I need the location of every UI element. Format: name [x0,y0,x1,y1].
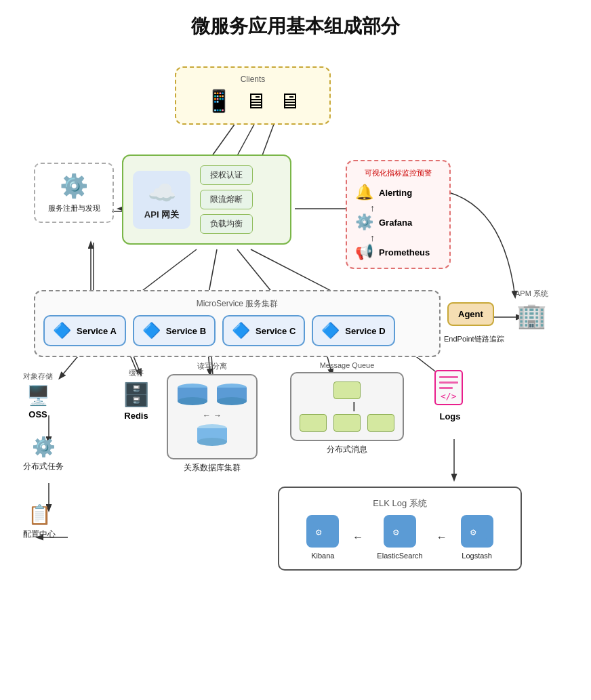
elk-arrow-2: ← [436,531,447,543]
elasticsearch-label: ElasticSearch [377,552,422,560]
oss-category: 对象存储 [23,371,53,382]
redis-icon: 🗄️ [122,381,150,408]
svg-rect-41 [439,387,453,389]
api-gateway-box: ☁️ API 网关 [133,171,190,229]
api-func-lb: 负载均衡 [200,214,253,234]
service-b-label: Service B [166,326,206,336]
redis-category: 缓存 [129,368,144,378]
svg-text:⚙: ⚙ [470,527,476,537]
services-row: 🔷 Service A 🔷 Service B 🔷 Service C 🔷 Se… [43,315,431,346]
svg-text:</>: </> [441,391,457,401]
redis-section: 缓存 🗄️ Redis [122,368,150,421]
svg-point-37 [197,438,227,446]
clients-label: Clients [190,75,316,84]
microservice-cluster: MicroService 服务集群 🔷 Service A 🔷 Service … [34,290,441,357]
monitoring-box: 可视化指标监控预警 🔔 Alerting ↑ ⚙️ Grafana ↑ 📢 Pr… [346,160,451,269]
diagram: Clients 📱 🖥 🖥 ⚙️ 服务注册与发现 ☁️ API 网关 授权认证 … [14,53,576,690]
service-a-label: Service A [77,326,117,336]
oss-icon: 🖥️ [26,384,50,407]
apm-section: APM 系统 🏢 [515,289,548,330]
db-cylinder-bottom [196,424,228,450]
logs-label: Logs [439,411,460,421]
logstash-label: Logstash [462,552,492,560]
svg-text:⚙: ⚙ [316,527,322,537]
api-gateway-label: API 网关 [144,209,179,221]
prometheus-icon: 📢 [355,243,373,261]
api-func-rate: 限流熔断 [200,190,253,209]
logs-section: </> Logs [432,368,468,421]
task-icon: ⚙️ [32,436,56,458]
svg-rect-39 [439,376,458,378]
svg-point-34 [217,397,247,405]
mq-child-3 [367,414,394,432]
mq-child-2 [333,414,361,432]
config-icon: 📋 [28,503,52,526]
db-label: 关系数据库集群 [184,462,241,474]
api-gateway-area: ☁️ API 网关 授权认证 限流熔断 负载均衡 [122,155,291,245]
alerting-label: Alerting [379,188,412,198]
logstash-item: ⚙ Logstash [461,515,493,560]
elk-label: ELK Log 系统 [289,497,511,510]
service-a-icon: 🔷 [53,322,71,339]
kibana-item: ⚙ Kibana [306,515,339,560]
service-c-box: 🔷 Service C [222,315,305,346]
elasticsearch-icon: ⚙ [384,515,416,548]
alerting-item: 🔔 Alerting [355,184,441,201]
desktop-icon-2: 🖥 [279,89,300,114]
service-a-box: 🔷 Service A [43,315,126,346]
monitoring-area-label: 可视化指标监控预警 [355,168,441,178]
mq-category: Message Queue [320,361,375,369]
grafana-label: Grafana [379,218,412,228]
service-discovery-box: ⚙️ 服务注册与发现 [34,163,114,223]
page-title: 微服务应用基本组成部分 [14,14,577,39]
task-section: ⚙️ 分布式任务 [23,436,64,472]
service-d-box: 🔷 Service D [312,315,394,346]
prometheus-item: 📢 Prometheus [355,243,441,261]
mq-label: 分布式消息 [327,444,367,455]
db-cylinders-top [176,384,248,407]
clients-section: Clients 📱 🖥 🖥 [175,66,331,125]
service-c-label: Service C [256,326,296,336]
grafana-icon: ⚙️ [355,213,373,231]
service-b-icon: 🔷 [142,322,161,339]
elk-row: ⚙ Kibana ← ⚙ ElasticSearch ← ⚙ [289,515,511,560]
logstash-icon: ⚙ [461,515,493,548]
page: 微服务应用基本组成部分 [0,0,591,700]
grafana-item: ⚙️ Grafana [355,213,441,231]
desktop-icon-1: 🖥 [245,89,266,114]
service-d-label: Service D [345,326,385,336]
alerting-icon: 🔔 [355,184,373,201]
agent-box: Agent [447,302,494,326]
prometheus-label: Prometheus [379,247,430,258]
config-section: 📋 配置中心 [23,503,56,540]
mq-root-node [333,382,361,399]
mobile-device-icon: 📱 [205,88,232,114]
service-discovery-label: 服务注册与发现 [41,203,107,213]
kibana-label: Kibana [311,552,334,560]
mq-section: Message Queue 分布式消息 [290,361,404,455]
service-discovery-icon: ⚙️ [41,172,107,199]
apm-label: APM 系统 [515,289,548,299]
redis-label: Redis [124,411,148,421]
db-section: 读写分离 ←→ 关系数据库集群 [167,361,258,474]
svg-rect-40 [439,382,458,384]
apm-icon: 🏢 [515,302,548,330]
db-category: 读写分离 [197,361,227,371]
api-func-auth: 授权认证 [200,165,253,185]
api-functions: 授权认证 限流熔断 负载均衡 [200,165,253,234]
kibana-icon: ⚙ [306,515,339,548]
mq-child-1 [300,414,327,432]
config-label: 配置中心 [23,529,56,540]
elk-section: ELK Log 系统 ⚙ Kibana ← ⚙ ElasticSearch [278,487,522,571]
api-gateway-cloud-icon: ☁️ [148,179,176,206]
endpoint-label: EndPoint链路追踪 [444,334,504,344]
service-c-icon: 🔷 [232,322,250,339]
agent-label: Agent [458,309,483,319]
elk-arrow-1: ← [352,531,363,543]
svg-point-31 [178,397,207,405]
elasticsearch-item: ⚙ ElasticSearch [377,515,422,560]
oss-label: OSS [28,409,47,419]
cluster-label: MicroService 服务集群 [43,298,431,310]
service-d-icon: 🔷 [321,322,340,339]
logs-icon: </> [432,368,468,409]
